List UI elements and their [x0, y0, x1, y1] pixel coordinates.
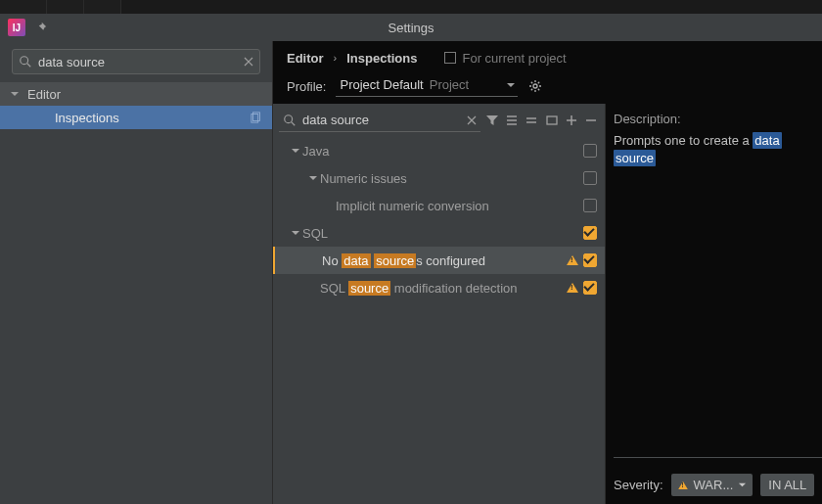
parent-window-tabs	[0, 0, 822, 14]
pin-icon[interactable]	[35, 22, 47, 33]
inspection-search-input[interactable]	[297, 113, 467, 127]
checkbox-off[interactable]	[583, 144, 597, 158]
severity-value: WAR...	[694, 478, 734, 492]
main-split: Editor Inspections Editor › Inspections	[0, 41, 822, 504]
checkbox-on[interactable]	[583, 226, 597, 240]
checkbox-off[interactable]	[583, 199, 597, 212]
inspection-search-field[interactable]	[279, 109, 480, 132]
filter-icon[interactable]	[484, 111, 500, 130]
svg-point-5	[285, 115, 293, 122]
checkbox-on[interactable]	[583, 281, 597, 295]
svg-rect-7	[547, 116, 557, 124]
warning-icon	[678, 481, 688, 489]
intellij-icon: IJ	[8, 19, 25, 36]
checkbox-on[interactable]	[583, 253, 597, 267]
crumb-editor[interactable]: Editor	[287, 51, 324, 66]
checkbox-off[interactable]	[583, 171, 597, 185]
warning-icon	[567, 283, 578, 293]
settings-search-input[interactable]	[32, 55, 244, 69]
tree-label: Implicit numeric conversion	[336, 199, 583, 213]
chevron-down-icon	[738, 481, 747, 489]
tree-label: Numeric issues	[320, 171, 583, 186]
remove-icon[interactable]	[583, 111, 599, 130]
settings-sidebar: Editor Inspections	[0, 41, 273, 504]
severity-dropdown[interactable]: WAR...	[671, 474, 754, 496]
svg-line-1	[27, 64, 31, 68]
chevron-down-icon	[506, 80, 516, 90]
tree-node-no-data-source[interactable]: No data sources configured	[273, 247, 605, 274]
crumb-inspections[interactable]: Inspections	[346, 51, 417, 66]
chevron-down-icon	[289, 228, 302, 238]
warning-icon	[567, 255, 578, 265]
severity-row: Severity: WAR... IN ALL	[614, 458, 822, 496]
svg-point-0	[21, 57, 28, 65]
tree-node-sql-source-mod[interactable]: SQL source modification detection	[273, 274, 605, 301]
gear-icon[interactable]	[527, 78, 543, 94]
sidebar-group: Editor Inspections	[0, 82, 272, 129]
sidebar-item-inspections[interactable]: Inspections	[0, 106, 272, 129]
center-column: Editor › Inspections For current project…	[273, 41, 822, 504]
profile-label: Profile:	[287, 79, 326, 94]
expand-all-icon[interactable]	[504, 111, 520, 130]
search-icon	[283, 114, 297, 127]
tree-node-java[interactable]: Java	[273, 137, 605, 164]
tree-node-sql[interactable]: SQL	[273, 219, 605, 247]
for-project-indicator: For current project	[444, 51, 566, 66]
chevron-right-icon: ›	[334, 52, 338, 64]
sidebar-group-label: Editor	[27, 87, 61, 102]
sidebar-group-editor[interactable]: Editor	[0, 82, 272, 106]
dialog-title: Settings	[388, 21, 434, 35]
collapse-all-icon[interactable]	[524, 111, 539, 130]
profile-row: Profile: Project Default Project	[273, 69, 822, 104]
for-project-label: For current project	[462, 51, 566, 66]
chevron-down-icon	[10, 89, 20, 99]
breadcrumb: Editor › Inspections For current project	[273, 41, 822, 69]
tree-label: Java	[302, 144, 583, 159]
copy-icon	[251, 112, 262, 123]
svg-line-6	[292, 121, 296, 125]
project-box-icon	[444, 52, 456, 64]
description-text: Prompts one to create a data source	[614, 132, 822, 458]
add-icon[interactable]	[564, 111, 579, 130]
content-panel: Editor › Inspections For current project…	[273, 41, 822, 504]
clear-icon[interactable]	[244, 57, 253, 67]
profile-value: Project Default	[340, 77, 423, 92]
profile-dropdown[interactable]: Project Default Project	[336, 75, 518, 97]
svg-rect-2	[253, 113, 260, 121]
inspections-split: Java Numeric issues Implicit numeric c	[273, 104, 822, 504]
scope-dropdown[interactable]: IN ALL	[760, 474, 814, 496]
inspection-tree-panel: Java Numeric issues Implicit numeric c	[273, 104, 606, 504]
profile-suffix: Project	[430, 77, 469, 92]
parent-tab	[47, 0, 84, 14]
svg-point-4	[533, 84, 537, 88]
tree-toolbar	[273, 104, 605, 137]
tree-label: SQL	[302, 226, 583, 241]
tree-label: SQL source modification detection	[320, 281, 567, 296]
parent-tab	[0, 0, 47, 14]
settings-dialog: IJ Settings	[0, 0, 822, 504]
svg-rect-3	[251, 115, 258, 123]
clear-icon[interactable]	[467, 115, 477, 125]
chevron-down-icon	[289, 146, 302, 156]
description-label: Description:	[614, 112, 822, 126]
reset-icon[interactable]	[544, 111, 560, 130]
tree-label: No data sources configured	[322, 253, 567, 268]
parent-tab	[84, 0, 121, 14]
sidebar-item-label: Inspections	[55, 111, 119, 125]
settings-search-field[interactable]	[12, 49, 260, 74]
inspection-tree[interactable]: Java Numeric issues Implicit numeric c	[273, 137, 605, 504]
severity-label: Severity:	[614, 478, 663, 492]
tree-node-implicit-numeric[interactable]: Implicit numeric conversion	[273, 192, 605, 219]
tree-node-numeric-issues[interactable]: Numeric issues	[273, 164, 605, 192]
title-bar: IJ Settings	[0, 14, 822, 41]
search-icon	[19, 55, 32, 69]
chevron-down-icon	[306, 173, 320, 183]
description-panel: Description: Prompts one to create a dat…	[606, 104, 822, 504]
